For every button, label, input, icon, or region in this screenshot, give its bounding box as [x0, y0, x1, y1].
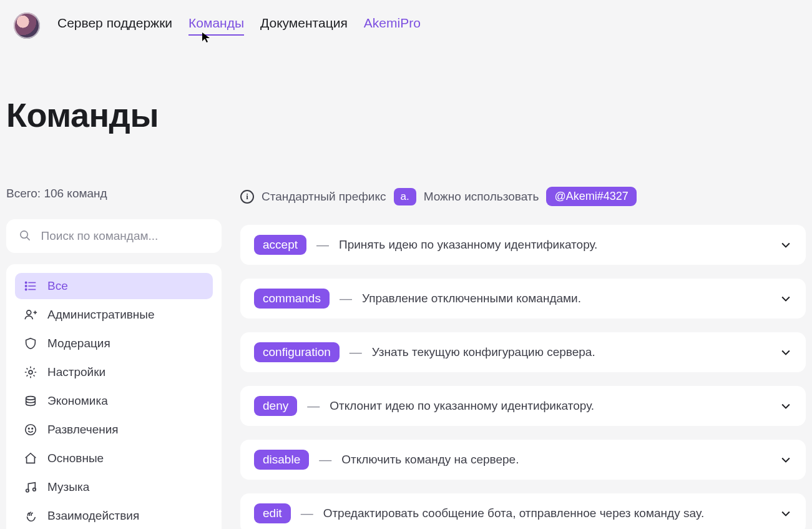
svg-point-4: [25, 285, 26, 287]
sidebar-item-core[interactable]: Основные: [15, 445, 213, 472]
bot-avatar[interactable]: [14, 12, 40, 39]
sidebar-item-interactions[interactable]: Взаимодействия: [15, 503, 213, 529]
svg-point-11: [29, 370, 32, 374]
sidebar-item-label: Взаимодействия: [47, 509, 139, 523]
command-search[interactable]: [6, 219, 222, 253]
sidebar-item-all[interactable]: Все: [15, 273, 213, 299]
coins-icon: [24, 394, 37, 408]
command-name-badge: edit: [254, 503, 291, 523]
svg-point-2: [25, 282, 26, 284]
svg-point-14: [29, 428, 29, 429]
command-row[interactable]: commands — Управление отключенными коман…: [240, 279, 806, 319]
sidebar-item-label: Все: [47, 279, 68, 293]
sidebar-item-fun[interactable]: Развлечения: [15, 417, 213, 443]
svg-point-16: [26, 490, 29, 493]
total-count-label: Всего: 106 команд: [6, 187, 222, 200]
category-sidebar: Все Административные Модерация Настройки: [6, 264, 222, 529]
dash-separator: —: [350, 345, 362, 360]
command-description: Управление отключенными командами.: [362, 292, 770, 305]
home-icon: [24, 452, 37, 465]
command-row[interactable]: disable — Отключить команду на сервере.: [240, 440, 806, 480]
sidebar-item-economy[interactable]: Экономика: [15, 388, 213, 414]
prefix-info-row: i Стандартный префикс a. Можно использов…: [240, 187, 806, 206]
command-name-badge: disable: [254, 450, 309, 470]
command-name-badge: deny: [254, 396, 297, 416]
info-icon: i: [240, 190, 254, 204]
command-description: Отклонит идею по указанному идентификато…: [330, 399, 770, 413]
admin-icon: [24, 308, 37, 322]
chevron-down-icon: [780, 346, 792, 358]
svg-point-17: [33, 488, 36, 492]
command-description: Узнать текущую конфигурацию сервера.: [372, 345, 770, 359]
command-name-badge: configuration: [254, 342, 340, 362]
command-row[interactable]: accept — Принять идею по указанному иден…: [240, 225, 806, 265]
sidebar-item-label: Основные: [47, 452, 104, 465]
svg-point-8: [27, 310, 31, 315]
wave-icon: [24, 509, 37, 523]
dash-separator: —: [316, 238, 329, 252]
smile-icon: [24, 423, 37, 437]
chevron-down-icon: [780, 400, 792, 412]
dash-separator: —: [307, 399, 320, 413]
command-description: Отключить команду на сервере.: [341, 453, 770, 467]
shield-icon: [24, 337, 37, 350]
search-input[interactable]: [40, 229, 209, 244]
svg-point-12: [26, 397, 36, 400]
svg-point-15: [32, 428, 32, 429]
svg-point-6: [25, 289, 26, 290]
svg-line-1: [27, 237, 29, 240]
music-icon: [24, 480, 37, 494]
list-icon: [24, 279, 37, 293]
sidebar-item-label: Настройки: [47, 365, 105, 379]
mention-chip[interactable]: @Akemi#4327: [546, 187, 636, 206]
search-icon: [19, 229, 31, 243]
prefix-value-chip: a.: [394, 188, 416, 205]
command-name-badge: accept: [254, 235, 306, 255]
dash-separator: —: [319, 453, 331, 467]
sidebar-item-settings[interactable]: Настройки: [15, 359, 213, 385]
sidebar-item-label: Развлечения: [47, 423, 119, 437]
page-title: Команды: [0, 61, 812, 134]
command-row[interactable]: deny — Отклонит идею по указанному идент…: [240, 386, 806, 426]
dash-separator: —: [301, 507, 313, 521]
can-use-label: Можно использовать: [424, 190, 539, 204]
main-nav: Сервер поддержки Команды Документация Ak…: [57, 16, 421, 36]
dash-separator: —: [340, 292, 352, 306]
command-name-badge: commands: [254, 289, 330, 309]
sidebar-item-label: Административные: [47, 308, 155, 322]
prefix-label: Стандартный префикс: [262, 190, 386, 204]
chevron-down-icon: [780, 239, 792, 251]
command-list: accept — Принять идею по указанному иден…: [240, 225, 806, 529]
sidebar-item-label: Музыка: [47, 480, 89, 494]
sidebar-item-label: Экономика: [47, 394, 108, 408]
nav-link-support[interactable]: Сервер поддержки: [57, 16, 172, 34]
command-description: Принять идею по указанному идентификатор…: [339, 238, 770, 252]
command-row[interactable]: edit — Отредактировать сообщение бота, о…: [240, 493, 806, 529]
chevron-down-icon: [780, 292, 792, 305]
chevron-down-icon: [780, 453, 792, 466]
sidebar-item-label: Модерация: [47, 337, 110, 350]
chevron-down-icon: [780, 507, 792, 520]
sidebar-item-moderation[interactable]: Модерация: [15, 330, 213, 357]
sidebar-item-music[interactable]: Музыка: [15, 474, 213, 500]
svg-point-13: [26, 425, 36, 435]
command-description: Отредактировать сообщение бота, отправле…: [323, 507, 770, 520]
sidebar-item-admin[interactable]: Административные: [15, 302, 213, 328]
nav-link-commands[interactable]: Команды: [188, 16, 244, 36]
nav-link-pro[interactable]: AkemiPro: [364, 16, 421, 34]
gear-icon: [24, 365, 37, 379]
command-row[interactable]: configuration — Узнать текущую конфигура…: [240, 332, 806, 372]
nav-link-docs[interactable]: Документация: [260, 16, 348, 34]
